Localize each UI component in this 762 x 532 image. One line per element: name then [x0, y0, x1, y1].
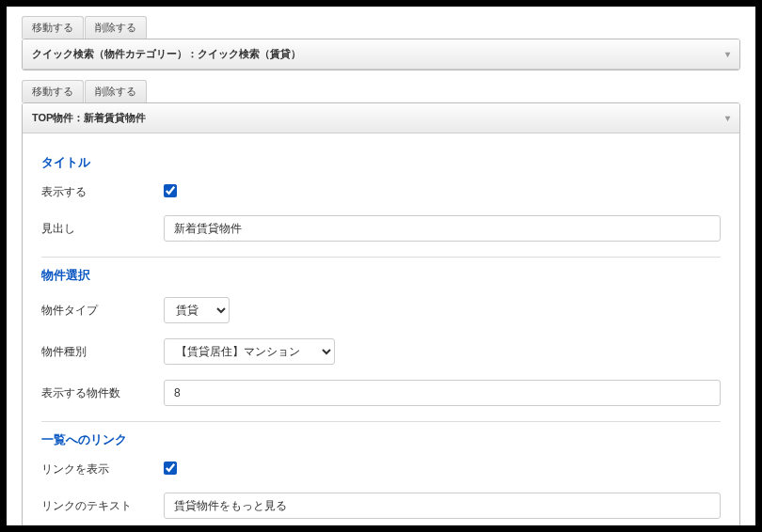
- quick-search-title: クイック検索（物件カテゴリー）：クイック検索（賃貸）: [32, 47, 301, 61]
- checkbox-link-show[interactable]: [164, 462, 177, 475]
- section-heading-link: 一覧へのリンク: [41, 431, 721, 448]
- delete-tab[interactable]: 削除する: [85, 80, 147, 102]
- row-headline: 見出し: [41, 215, 721, 242]
- label-property-kind: 物件種別: [41, 344, 164, 360]
- delete-tab[interactable]: 削除する: [85, 16, 147, 39]
- select-property-kind[interactable]: 【賃貸居住】マンション: [164, 338, 335, 365]
- divider: [41, 421, 721, 422]
- top-property-title: TOP物件：新着賃貸物件: [32, 111, 146, 125]
- chevron-down-icon[interactable]: ▾: [725, 113, 730, 123]
- row-count: 表示する物件数: [41, 380, 721, 406]
- section-heading-title: タイトル: [41, 154, 721, 171]
- label-title-show: 表示する: [41, 184, 164, 200]
- row-title-show: 表示する: [41, 184, 721, 200]
- block2-tabs: 移動する 削除する: [22, 80, 740, 102]
- label-property-type: 物件タイプ: [41, 303, 164, 319]
- input-count[interactable]: [164, 380, 721, 406]
- divider: [41, 257, 721, 258]
- quick-search-block: 移動する 削除する クイック検索（物件カテゴリー）：クイック検索（賃貸） ▾: [22, 16, 740, 70]
- move-tab[interactable]: 移動する: [22, 16, 84, 39]
- quick-search-panel: クイック検索（物件カテゴリー）：クイック検索（賃貸） ▾: [22, 39, 740, 70]
- row-property-type: 物件タイプ 賃貸: [41, 297, 721, 323]
- top-property-panel-body: タイトル 表示する 見出し 物件選択 物件タイプ 賃貸: [23, 133, 739, 532]
- top-property-block: 移動する 削除する TOP物件：新着賃貸物件 ▾ タイトル 表示する 見出し: [22, 80, 740, 532]
- top-property-panel-header[interactable]: TOP物件：新着賃貸物件 ▾: [23, 103, 739, 133]
- select-property-type[interactable]: 賃貸: [164, 297, 230, 323]
- checkbox-title-show[interactable]: [164, 184, 177, 197]
- label-headline: 見出し: [41, 221, 164, 237]
- move-tab[interactable]: 移動する: [22, 80, 84, 102]
- label-count: 表示する物件数: [41, 385, 164, 401]
- input-link-text[interactable]: [164, 493, 721, 519]
- row-property-kind: 物件種別 【賃貸居住】マンション: [41, 338, 721, 365]
- chevron-down-icon[interactable]: ▾: [725, 49, 730, 59]
- quick-search-panel-header[interactable]: クイック検索（物件カテゴリー）：クイック検索（賃貸） ▾: [23, 39, 739, 70]
- section-heading-select: 物件選択: [41, 267, 721, 284]
- label-link-show: リンクを表示: [41, 462, 164, 477]
- top-property-panel: TOP物件：新着賃貸物件 ▾ タイトル 表示する 見出し 物件選択: [22, 102, 740, 532]
- input-headline[interactable]: [164, 215, 721, 242]
- block1-tabs: 移動する 削除する: [22, 16, 740, 39]
- label-link-text: リンクのテキスト: [41, 498, 164, 514]
- row-link-text: リンクのテキスト: [41, 493, 721, 519]
- row-link-show: リンクを表示: [41, 462, 721, 477]
